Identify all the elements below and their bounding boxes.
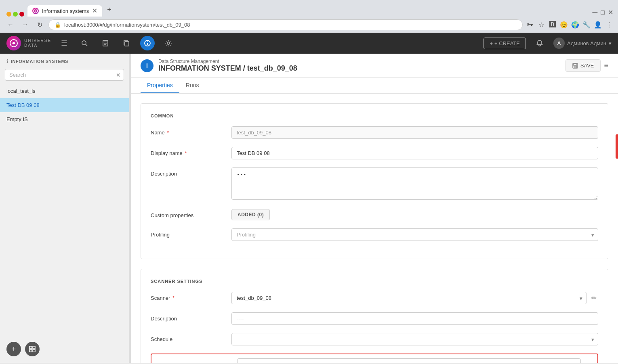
svg-rect-16 (29, 349, 32, 352)
search-nav-button[interactable] (77, 36, 92, 50)
discovery-field: ✏ (237, 358, 593, 363)
lock-icon: 🔒 (55, 22, 61, 28)
scanner-select-wrapper: test_db_09_08 ▾ (231, 292, 586, 304)
info-nav-button[interactable] (140, 36, 155, 50)
discovery-container: Discovery ✏ (151, 354, 598, 363)
logo-icon (6, 36, 21, 50)
grid-view-button[interactable] (25, 342, 40, 356)
description-label: Description (151, 167, 231, 177)
schedule-row: Schedule (151, 333, 598, 345)
sidebar: ℹ INFORMATION SYSTEMS ✕ local_test_is Te… (0, 54, 129, 363)
tab-properties[interactable]: Properties (141, 78, 179, 93)
window-maximize[interactable]: □ (601, 9, 605, 16)
scanner-desc-input[interactable] (231, 312, 598, 325)
discovery-edit-icon[interactable]: ✏ (584, 359, 593, 363)
svg-rect-14 (29, 346, 32, 349)
notifications-button[interactable] (532, 36, 547, 50)
forward-button[interactable]: → (19, 19, 31, 30)
sidebar-item-test-db[interactable]: Test DB 09 08 (0, 98, 129, 112)
custom-props-row: Custom properties ADDED (0) (151, 209, 598, 220)
common-section: COMMON Name * Displa (141, 103, 608, 259)
copy-nav-button[interactable] (119, 36, 134, 50)
window-minimize[interactable]: ─ (593, 8, 598, 17)
user-chevron-icon: ▾ (609, 40, 612, 46)
ext-icon4[interactable]: 🔧 (582, 21, 591, 29)
breadcrumb: Data Structure Management (158, 59, 297, 64)
custom-props-button[interactable]: ADDED (0) (231, 209, 270, 220)
display-name-required: * (185, 150, 187, 156)
svg-text:i: i (35, 10, 36, 13)
tab-close-button[interactable]: ✕ (92, 8, 97, 14)
create-label: + CREATE (494, 40, 520, 46)
more-options-icon[interactable]: ⋮ (605, 21, 613, 29)
scanner-select[interactable]: test_db_09_08 (231, 292, 586, 304)
content-header: i Data Structure Management INFORMATION … (131, 54, 618, 78)
scanner-desc-field (231, 312, 598, 325)
sidebar-info-icon: ℹ (6, 59, 8, 64)
name-required: * (167, 130, 169, 136)
search-input[interactable] (5, 69, 124, 81)
scanner-edit-icon[interactable]: ✏ (590, 293, 598, 303)
svg-rect-20 (574, 66, 576, 68)
create-button[interactable]: + + CREATE (483, 38, 526, 49)
display-name-field (231, 147, 598, 159)
discovery-row: Discovery ✏ (156, 358, 593, 363)
content-info-icon: i (141, 59, 153, 72)
display-name-input[interactable] (231, 147, 598, 159)
docs-nav-button[interactable] (98, 36, 113, 50)
content-area: i Data Structure Management INFORMATION … (131, 54, 618, 363)
name-label: Name * (151, 126, 231, 136)
sidebar-header: ℹ INFORMATION SYSTEMS (0, 54, 129, 69)
svg-point-3 (82, 41, 86, 45)
name-input[interactable] (231, 126, 598, 139)
discovery-input[interactable] (237, 358, 581, 363)
hamburger-menu[interactable]: ☰ (58, 37, 71, 49)
ext-icon1[interactable]: 🅱 (549, 21, 557, 29)
svg-rect-15 (33, 346, 35, 349)
schedule-label: Schedule (151, 333, 231, 342)
ext-icon3[interactable]: 🌍 (571, 21, 579, 29)
svg-rect-9 (125, 42, 129, 46)
description-row: Description --- (151, 167, 598, 201)
tab-favicon: i (32, 8, 39, 14)
browser-tab[interactable]: i Information systems ✕ (27, 5, 102, 17)
address-bar[interactable]: 🔒 localhost:3000/#/dg/informationsystem/… (48, 19, 523, 30)
sidebar-list: local_test_is Test DB 09 08 Empty IS (0, 84, 129, 335)
svg-rect-19 (574, 63, 577, 65)
profiling-select[interactable]: Profiling (231, 228, 598, 241)
sidebar-title: INFORMATION SYSTEMS (11, 59, 68, 64)
sidebar-bottom: + (0, 335, 129, 363)
sidebar-item-local-test-is[interactable]: local_test_is (0, 84, 129, 98)
add-item-button[interactable]: + (6, 342, 21, 356)
tab-runs[interactable]: Runs (179, 78, 206, 93)
display-name-row: Display name * (151, 147, 598, 159)
tab-title: Information systems (42, 8, 89, 14)
ext-icon2[interactable]: 😊 (560, 21, 568, 29)
schedule-select[interactable] (231, 333, 598, 345)
red-indicator (616, 134, 618, 159)
sidebar-item-empty-is[interactable]: Empty IS (0, 112, 129, 126)
profiling-row: Profiling Profiling (151, 228, 598, 241)
tabs: Properties Runs (131, 78, 618, 94)
profiling-field: Profiling (231, 228, 598, 241)
schedule-select-wrapper (231, 333, 598, 345)
new-tab-button[interactable]: + (102, 3, 116, 17)
search-clear-button[interactable]: ✕ (116, 72, 121, 78)
key-icon[interactable]: 🗝 (526, 21, 534, 29)
window-close[interactable]: ✕ (608, 8, 613, 16)
description-textarea[interactable]: --- (231, 167, 598, 200)
profile-icon[interactable]: 👤 (594, 21, 602, 29)
star-icon[interactable]: ☆ (537, 21, 545, 29)
content-menu-icon[interactable]: ≡ (604, 61, 608, 70)
settings-nav-button[interactable] (161, 36, 176, 50)
save-button[interactable]: SAVE (565, 59, 601, 72)
save-label: SAVE (580, 63, 594, 69)
scanner-desc-label: Description (151, 312, 231, 322)
refresh-button[interactable]: ↻ (34, 19, 45, 30)
scanner-section: SCANNER SETTINGS Scanner * test_db_09_ (141, 269, 608, 363)
svg-rect-17 (33, 349, 35, 352)
user-area[interactable]: А Админов Админ ▾ (553, 38, 612, 49)
logo-text: UNIVERSE DATA (24, 38, 51, 48)
back-button[interactable]: ← (5, 19, 16, 30)
svg-point-13 (167, 42, 170, 44)
